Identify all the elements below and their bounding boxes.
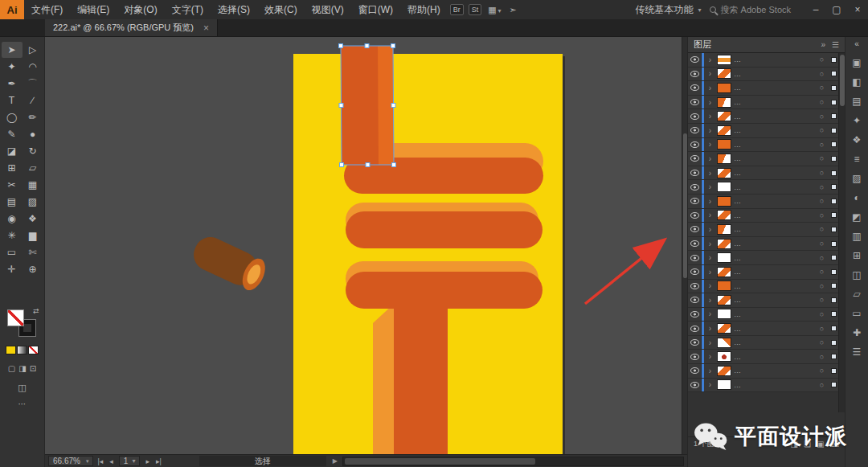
- new-layer-button[interactable]: ▣: [817, 440, 824, 449]
- layer-target-icon[interactable]: ○: [817, 268, 827, 276]
- bridge-button[interactable]: Br: [450, 4, 464, 15]
- layer-thumbnail[interactable]: [717, 338, 731, 348]
- layer-name[interactable]: …: [734, 325, 817, 333]
- previous-artboard-button[interactable]: ◂: [107, 457, 116, 465]
- eraser-tool[interactable]: ◪: [2, 143, 23, 159]
- symbol-sprayer-tool[interactable]: ✳: [2, 227, 23, 244]
- scissors-tool[interactable]: ✂: [2, 177, 23, 193]
- chevron-right-icon[interactable]: ›: [706, 296, 714, 305]
- layer-thumbnail[interactable]: [717, 309, 731, 319]
- layer-row[interactable]: ›…○: [688, 68, 845, 82]
- selection-handle[interactable]: [392, 163, 396, 167]
- selection-handle[interactable]: [366, 163, 370, 167]
- chevron-right-icon[interactable]: ›: [706, 197, 714, 206]
- menu-item[interactable]: 文字(T): [165, 0, 211, 19]
- layer-visibility-toggle[interactable]: [688, 195, 702, 208]
- layer-target-icon[interactable]: ○: [817, 211, 827, 219]
- layer-selected-indicator[interactable]: [831, 368, 837, 374]
- menu-item[interactable]: 帮助(H): [400, 0, 448, 19]
- pen-tool[interactable]: ✒: [2, 76, 23, 92]
- layer-thumbnail[interactable]: [717, 182, 731, 192]
- layer-name[interactable]: …: [734, 310, 817, 318]
- gradient-tool[interactable]: ▨: [23, 194, 43, 210]
- layer-thumbnail[interactable]: [717, 168, 731, 178]
- chevron-right-icon[interactable]: ›: [706, 240, 714, 248]
- layer-row[interactable]: ›…○: [688, 251, 845, 265]
- chevron-right-icon[interactable]: ›: [706, 98, 714, 107]
- menu-item[interactable]: 效果(C): [257, 0, 305, 19]
- layer-row[interactable]: ›…○: [688, 223, 845, 237]
- layer-row[interactable]: ›…○: [688, 53, 845, 68]
- layer-name[interactable]: …: [734, 338, 817, 346]
- draw-inside-button[interactable]: ⊡: [30, 364, 36, 373]
- ellipse-tool[interactable]: ◯: [2, 109, 23, 125]
- ribbon-bottom-strip-highlight[interactable]: [373, 304, 394, 454]
- color-guide-panel-button[interactable]: ◧: [845, 72, 868, 92]
- layer-visibility-toggle[interactable]: [688, 138, 702, 152]
- align-panel-button[interactable]: ⊞: [845, 246, 868, 265]
- layer-thumbnail[interactable]: [717, 323, 731, 334]
- layer-selected-indicator[interactable]: [831, 283, 837, 289]
- layer-visibility-toggle[interactable]: [688, 109, 702, 123]
- swatches-panel-button[interactable]: ▤: [845, 92, 868, 111]
- collapse-panels-icon[interactable]: »: [821, 40, 825, 49]
- transparency-panel-button[interactable]: ◐: [845, 188, 868, 207]
- layer-visibility-toggle[interactable]: [688, 280, 702, 293]
- layer-selected-indicator[interactable]: [831, 141, 837, 147]
- layer-name[interactable]: …: [734, 353, 817, 361]
- menu-item[interactable]: 视图(V): [305, 0, 351, 19]
- chevron-right-icon[interactable]: ›: [706, 367, 714, 375]
- chevron-right-icon[interactable]: ›: [706, 211, 714, 219]
- layer-selected-indicator[interactable]: [831, 170, 837, 176]
- layer-selected-indicator[interactable]: [831, 100, 837, 105]
- layer-name[interactable]: …: [734, 282, 817, 290]
- layer-visibility-toggle[interactable]: [688, 364, 702, 378]
- next-artboard-button[interactable]: ▸: [143, 457, 152, 465]
- layer-target-icon[interactable]: ○: [817, 310, 827, 318]
- layer-name[interactable]: …: [734, 126, 817, 134]
- stroke-panel-button[interactable]: ≡: [845, 150, 868, 169]
- fill-stroke-control[interactable]: ⇄: [7, 309, 38, 338]
- selection-handle[interactable]: [340, 163, 344, 167]
- layer-name[interactable]: …: [734, 55, 817, 63]
- make-mask-button[interactable]: ◨: [791, 440, 798, 449]
- layer-row[interactable]: ›…○: [688, 364, 845, 379]
- layer-target-icon[interactable]: ○: [817, 225, 827, 233]
- layer-visibility-toggle[interactable]: [688, 336, 702, 350]
- layer-selected-indicator[interactable]: [831, 311, 837, 317]
- layer-thumbnail[interactable]: [717, 252, 731, 263]
- expand-panels-icon[interactable]: «: [854, 39, 859, 53]
- horizontal-scrollbar[interactable]: [342, 457, 684, 466]
- close-button[interactable]: ×: [847, 0, 868, 19]
- layer-visibility-toggle[interactable]: [688, 180, 702, 194]
- layer-target-icon[interactable]: ○: [817, 197, 827, 205]
- hand-tool[interactable]: ✛: [2, 261, 23, 277]
- first-artboard-button[interactable]: |◂: [95, 457, 105, 465]
- layer-selected-indicator[interactable]: [831, 57, 837, 63]
- chevron-right-icon[interactable]: ›: [706, 182, 714, 191]
- asset-export-panel-button[interactable]: ✚: [845, 323, 868, 342]
- perspective-grid-tool[interactable]: ▦: [23, 177, 43, 193]
- layer-visibility-toggle[interactable]: [688, 251, 702, 264]
- gradient-button[interactable]: [17, 346, 27, 354]
- layer-target-icon[interactable]: ○: [817, 381, 827, 389]
- layer-selected-indicator[interactable]: [831, 354, 837, 359]
- artboard-number-select[interactable]: 1 ▾: [119, 456, 141, 466]
- layer-thumbnail[interactable]: [717, 125, 731, 136]
- ribbon-fold2-front[interactable]: [346, 211, 542, 248]
- layer-thumbnail[interactable]: [717, 267, 731, 277]
- gradient-panel-button[interactable]: ▨: [845, 169, 868, 188]
- layer-target-icon[interactable]: ○: [817, 367, 827, 375]
- layer-row[interactable]: ›…○: [688, 350, 845, 364]
- layer-name[interactable]: …: [734, 154, 817, 162]
- layer-selected-indicator[interactable]: [831, 184, 837, 190]
- layer-visibility-toggle[interactable]: [688, 96, 702, 109]
- swap-fill-stroke-icon[interactable]: ⇄: [33, 307, 39, 315]
- layer-selected-indicator[interactable]: [831, 156, 837, 162]
- selection-handle[interactable]: [391, 104, 395, 108]
- layer-row[interactable]: ›…○: [688, 265, 845, 280]
- menu-item[interactable]: 窗口(W): [351, 0, 400, 19]
- layer-thumbnail[interactable]: [717, 55, 731, 65]
- layer-name[interactable]: …: [734, 240, 817, 248]
- layer-thumbnail[interactable]: [717, 139, 731, 150]
